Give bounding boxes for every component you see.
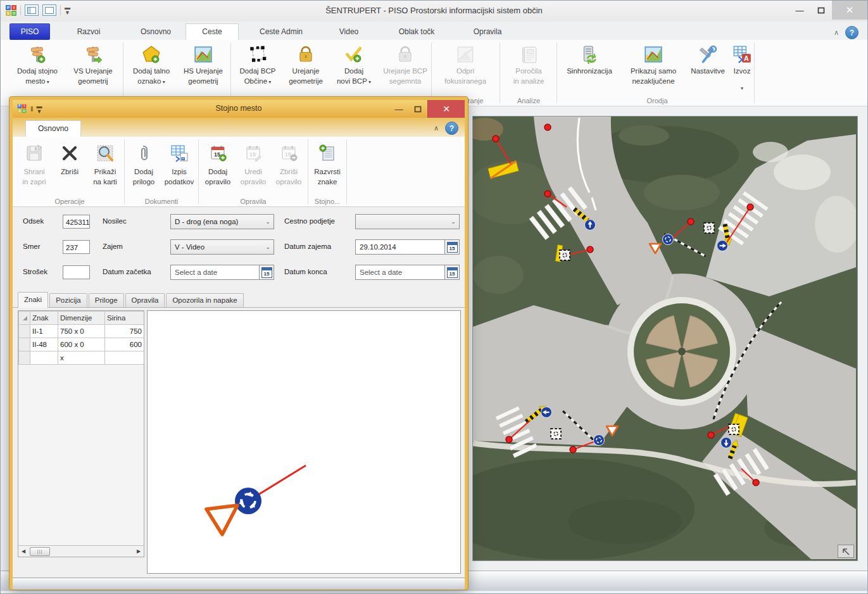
horizontal-scrollbar[interactable]: ◀ ||| ▶ <box>18 545 144 557</box>
map-point-marker[interactable] <box>747 204 753 210</box>
column-header-dimenzije[interactable]: Dimenzije <box>58 312 105 325</box>
strosek-input[interactable] <box>63 265 90 279</box>
traffic-sign-up[interactable] <box>585 220 596 231</box>
map-north-arrow-button[interactable] <box>838 545 854 558</box>
minimize-button[interactable]: — <box>789 1 810 20</box>
button-label: znake <box>318 178 337 186</box>
customize-toolbar-dropdown-icon[interactable]: ▬▼ <box>65 5 70 15</box>
ribbon-button-dodaj-stojno-mesto[interactable]: Dodaj stojnomesto ▾ <box>9 40 65 86</box>
column-header-znak[interactable]: Znak <box>30 312 58 325</box>
ribbon-button-dodaj-prilogo[interactable]: Dodajprilogo <box>126 137 161 186</box>
main-tab-razvoi[interactable]: Razvoi <box>61 23 116 40</box>
datum-zajema-datefield[interactable]: 29.10.2014 <box>355 239 460 255</box>
main-tab-opravila[interactable]: Opravila <box>460 23 515 40</box>
smer-input[interactable]: 237 <box>63 240 90 254</box>
collapse-ribbon-icon[interactable]: ∧ <box>834 28 839 37</box>
ribbon-button-dodaj-novi-bcp[interactable]: Dodajnovi BCP ▾ <box>330 40 378 86</box>
subtab-znaki[interactable]: Znaki <box>18 292 48 308</box>
layout-split-button[interactable] <box>25 4 39 16</box>
ribbon-button-vs-urejanje-geometrij[interactable]: VS Urejanjegeometrij <box>65 40 121 85</box>
dialog-maximize-button[interactable] <box>408 100 427 118</box>
calendar-picker-button[interactable] <box>259 265 274 279</box>
datum-konca-datefield[interactable]: Select a date <box>355 265 460 280</box>
preview-yield-sign[interactable] <box>206 505 237 534</box>
ribbon-button-nastavitve[interactable]: Nastavitve <box>687 40 729 85</box>
traffic-sign-left[interactable] <box>541 407 552 418</box>
subtab-opozorila-in-napake[interactable]: Opozorila in napake <box>166 293 243 307</box>
sign-preview-panel[interactable] <box>147 310 461 574</box>
svg-text:W: W <box>182 157 185 160</box>
map-point-marker[interactable] <box>753 479 759 486</box>
maximize-button[interactable] <box>810 1 832 20</box>
close-button[interactable]: ✕ <box>832 1 867 20</box>
dialog-close-button[interactable]: ✕ <box>427 100 465 118</box>
calendar-picker-button[interactable] <box>444 240 459 254</box>
focus-box-marker[interactable] <box>704 223 714 233</box>
tab-osnovno[interactable]: Osnovno <box>25 120 81 137</box>
help-icon[interactable]: ? <box>845 26 859 39</box>
map-point-marker[interactable] <box>493 136 499 142</box>
row-selector[interactable] <box>19 325 30 338</box>
column-header-sirina[interactable]: Sirina <box>105 312 144 325</box>
calendar-picker-button[interactable] <box>444 265 459 279</box>
traffic-sign-mini[interactable] <box>663 234 674 245</box>
scrollbar-thumb[interactable]: ||| <box>30 547 50 556</box>
map-point-marker[interactable] <box>570 446 576 453</box>
ribbon-button-sinhronizacija[interactable]: Sinhronizacija <box>559 40 620 85</box>
map-point-marker[interactable] <box>688 218 694 225</box>
subtab-opravila[interactable]: Opravila <box>125 293 165 307</box>
table-row[interactable]: x <box>19 351 144 365</box>
help-icon[interactable]: ? <box>445 122 458 135</box>
traffic-sign-right[interactable] <box>717 241 728 251</box>
cell-sirina: 750 <box>105 325 144 338</box>
ribbon-button-izvoz[interactable]: AIzvoz ▾ <box>729 40 755 91</box>
map-canvas[interactable] <box>473 117 856 559</box>
map-point-marker[interactable] <box>708 432 714 438</box>
cestno-podjetje-dropdown[interactable]: ⌄ <box>355 214 460 229</box>
main-tab-piso[interactable]: PISO <box>9 23 50 40</box>
layout-single-button[interactable] <box>42 4 56 16</box>
map-point-marker[interactable] <box>544 124 551 130</box>
map-point-marker[interactable] <box>544 191 551 197</box>
subtab-priloge[interactable]: Priloge <box>89 293 124 307</box>
main-tab-oblak-točk[interactable]: Oblak točk <box>384 23 449 40</box>
ribbon-button-zbriši[interactable]: Zbriši <box>52 137 87 186</box>
lock-gray-icon <box>395 44 415 65</box>
traffic-sign-mini[interactable] <box>594 435 605 446</box>
row-selector[interactable] <box>19 338 30 351</box>
subtab-pozicija[interactable]: Pozicija <box>49 293 87 307</box>
ribbon-button-prikazuj-samo-nezaključene[interactable]: Prikazuj samonezaključene <box>620 40 687 85</box>
nosilec-dropdown[interactable]: D - drog (ena noga)⌄ <box>170 214 274 229</box>
focus-box-marker[interactable] <box>729 424 739 434</box>
main-tab-osnovno[interactable]: Osnovno <box>126 23 186 40</box>
scroll-right-icon[interactable]: ▶ <box>134 548 144 554</box>
collapse-ribbon-icon[interactable]: ∧ <box>434 124 439 132</box>
map-point-marker[interactable] <box>506 436 512 443</box>
map-view[interactable] <box>472 116 858 561</box>
map-point-marker[interactable] <box>587 246 593 253</box>
datum-zacetka-datefield[interactable]: Select a date <box>170 265 274 280</box>
zajem-dropdown[interactable]: V - Video⌄ <box>170 239 274 255</box>
main-tab-ceste[interactable]: Ceste <box>186 23 239 40</box>
cell-znak: II-1 <box>30 325 58 338</box>
traffic-sign-down[interactable] <box>721 438 732 448</box>
main-tab-ceste-admin[interactable]: Ceste Admin <box>249 23 313 40</box>
focus-box-marker[interactable] <box>551 429 561 439</box>
ribbon-button-prikaži-na-karti[interactable]: Prikažina karti <box>87 137 123 186</box>
table-row[interactable]: II-48600 x 0600 <box>19 338 144 351</box>
ribbon-button-dodaj-talno-oznako[interactable]: Dodaj talnooznako ▾ <box>126 40 177 86</box>
odsek-input[interactable]: 425311 <box>63 215 90 229</box>
scroll-left-icon[interactable]: ◀ <box>18 548 28 554</box>
row-selector[interactable] <box>19 351 30 365</box>
ribbon-button-dodaj-opravilo[interactable]: 15Dodajopravilo <box>200 137 236 186</box>
preview-roundabout-sign[interactable] <box>235 488 261 514</box>
dialog-minimize-button[interactable]: — <box>389 100 408 118</box>
main-tab-video[interactable]: Video <box>325 23 373 40</box>
ribbon-button-urejanje-geometrije[interactable]: Urejanjegeometrije <box>282 40 330 85</box>
table-row[interactable]: II-1750 x 0750 <box>19 325 144 338</box>
ribbon-button-razvrsti-znake[interactable]: Razvrstiznake <box>310 137 345 186</box>
ribbon-button-dodaj-bcp-občine[interactable]: Dodaj BCPObčine ▾ <box>234 40 282 86</box>
ribbon-button-hs-urejanje-geometrij[interactable]: HS Urejanjegeometrij <box>177 40 230 85</box>
focus-box-marker[interactable] <box>560 250 570 260</box>
ribbon-button-izpis-podatkov[interactable]: WIzpispodatkov <box>161 137 197 186</box>
